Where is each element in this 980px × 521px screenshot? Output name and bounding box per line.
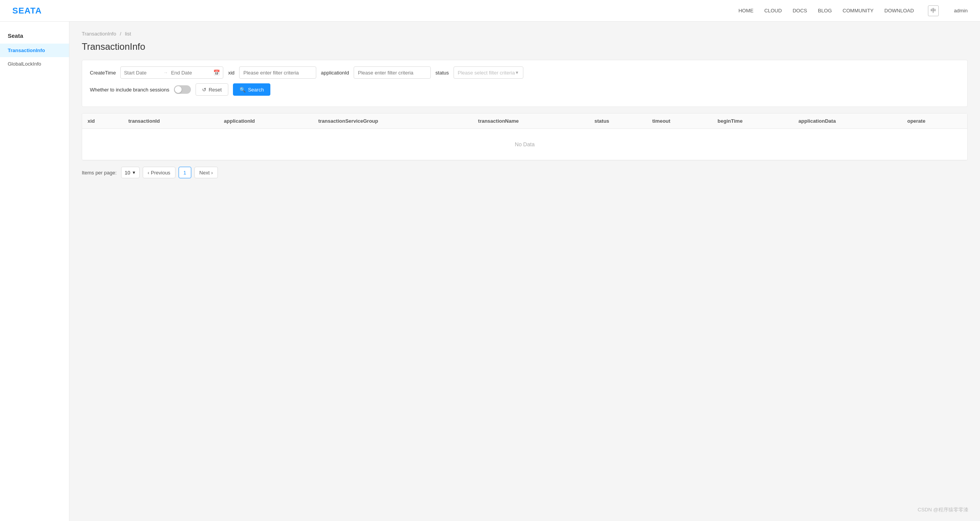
- start-date-input[interactable]: [121, 70, 163, 76]
- per-page-arrow-icon: ▼: [132, 170, 136, 175]
- breadcrumb: TransactionInfo / list: [82, 31, 968, 37]
- reset-icon: ↺: [202, 87, 206, 93]
- no-data-text: No Data: [82, 129, 967, 160]
- nav-download[interactable]: DOWNLOAD: [884, 8, 914, 14]
- col-timeout: timeout: [647, 113, 712, 129]
- col-status: status: [589, 113, 647, 129]
- page-title: TransactionInfo: [82, 41, 968, 52]
- branch-sessions-label: Whether to include branch sessions: [90, 87, 169, 93]
- nav-docs[interactable]: DOCS: [793, 8, 807, 14]
- per-page-value: 10: [125, 170, 130, 176]
- sidebar-item-global-lock-info[interactable]: GlobalLockInfo: [0, 57, 69, 71]
- status-select-text: Please select filter criteria: [458, 70, 515, 76]
- xid-input[interactable]: [239, 66, 316, 79]
- per-page-select[interactable]: 10 ▼: [121, 167, 139, 178]
- col-transaction-id: transactionId: [123, 113, 219, 129]
- branch-sessions-toggle[interactable]: [174, 85, 191, 94]
- date-range-separator: →: [163, 70, 168, 75]
- search-button[interactable]: 🔍 Search: [233, 83, 270, 96]
- col-application-id: applicationId: [219, 113, 313, 129]
- previous-button[interactable]: ‹ Previous: [143, 167, 175, 178]
- filter-row-1: CreateTime → 📅 xid applicationId stat: [90, 66, 960, 79]
- create-time-label: CreateTime: [90, 70, 116, 76]
- language-icon[interactable]: 中: [928, 5, 939, 16]
- date-range-picker[interactable]: → 📅: [120, 66, 223, 79]
- next-label: Next: [199, 170, 210, 176]
- nav-cloud[interactable]: CLOUD: [764, 8, 782, 14]
- main-content: TransactionInfo / list TransactionInfo C…: [69, 22, 980, 521]
- nav-blog[interactable]: BLOG: [818, 8, 832, 14]
- application-id-input[interactable]: [354, 66, 431, 79]
- breadcrumb-sep: /: [120, 31, 121, 37]
- next-button[interactable]: Next ›: [194, 167, 218, 178]
- toggle-knob: [175, 86, 182, 93]
- chevron-left-icon: ‹: [148, 170, 149, 176]
- logo[interactable]: SEATA: [12, 6, 42, 16]
- table-no-data-row: No Data: [82, 129, 967, 160]
- nav-community[interactable]: COMMUNITY: [843, 8, 874, 14]
- col-application-data: applicationData: [793, 113, 902, 129]
- search-label: Search: [248, 87, 264, 93]
- breadcrumb-transaction-info[interactable]: TransactionInfo: [82, 31, 116, 37]
- col-transaction-name: transactionName: [473, 113, 589, 129]
- status-label: status: [435, 70, 449, 76]
- status-select[interactable]: Please select filter criteria ▼: [454, 66, 523, 79]
- reset-label: Reset: [209, 87, 222, 93]
- chevron-down-icon: ▼: [515, 70, 519, 75]
- table-container: xid transactionId applicationId transact…: [82, 113, 968, 161]
- filter-area: CreateTime → 📅 xid applicationId stat: [82, 60, 968, 107]
- application-id-label: applicationId: [321, 70, 349, 76]
- table-header-row: xid transactionId applicationId transact…: [82, 113, 967, 129]
- page-1-button[interactable]: 1: [179, 167, 191, 178]
- breadcrumb-list: list: [125, 31, 131, 37]
- nav-home[interactable]: HOME: [739, 8, 754, 14]
- search-icon: 🔍: [240, 87, 246, 93]
- pagination-row: Items per page: 10 ▼ ‹ Previous 1 Next ›: [82, 167, 968, 178]
- col-begin-time: beginTime: [712, 113, 793, 129]
- calendar-icon[interactable]: 📅: [210, 69, 223, 76]
- sidebar-title[interactable]: Seata: [0, 28, 69, 44]
- reset-button[interactable]: ↺ Reset: [196, 83, 228, 96]
- end-date-input[interactable]: [168, 70, 210, 76]
- col-xid: xid: [82, 113, 123, 129]
- chevron-right-icon: ›: [211, 170, 213, 176]
- col-transaction-service-group: transactionServiceGroup: [313, 113, 472, 129]
- xid-label: xid: [228, 70, 234, 76]
- items-per-page-label: Items per page:: [82, 170, 116, 176]
- previous-label: Previous: [151, 170, 170, 176]
- layout: Seata TransactionInfo GlobalLockInfo Tra…: [0, 22, 980, 521]
- watermark: CSDN @程序猿零零漆: [918, 506, 968, 513]
- col-operate: operate: [902, 113, 967, 129]
- branch-sessions-row: Whether to include branch sessions ↺ Res…: [90, 83, 960, 96]
- top-nav: SEATA HOME CLOUD DOCS BLOG COMMUNITY DOW…: [0, 0, 980, 22]
- sidebar-item-transaction-info[interactable]: TransactionInfo: [0, 44, 69, 57]
- sidebar: Seata TransactionInfo GlobalLockInfo: [0, 22, 69, 521]
- nav-links: HOME CLOUD DOCS BLOG COMMUNITY DOWNLOAD …: [739, 5, 968, 16]
- transaction-table: xid transactionId applicationId transact…: [82, 113, 967, 160]
- admin-label[interactable]: admin: [954, 8, 968, 14]
